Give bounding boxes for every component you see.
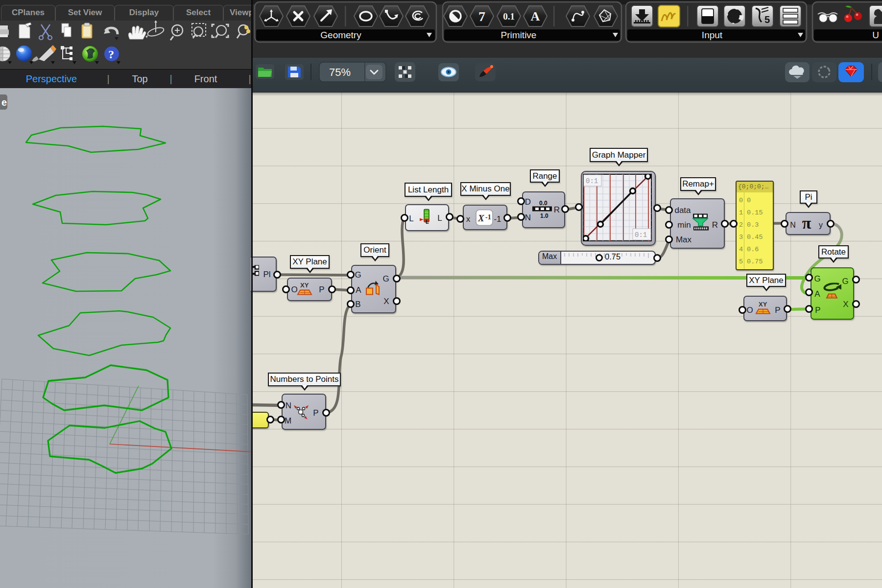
svg-text:?: ? — [108, 48, 114, 61]
svg-text:L: L — [426, 219, 429, 224]
svg-text:0.0: 0.0 — [539, 200, 548, 207]
svg-text:X: X — [477, 213, 485, 223]
svg-text:1.0: 1.0 — [540, 212, 548, 219]
svg-text:Input: Input — [702, 30, 723, 40]
svg-text:Geometry: Geometry — [320, 30, 361, 40]
svg-text:75%: 75% — [329, 66, 351, 78]
svg-text:XY: XY — [300, 282, 309, 289]
svg-text:Primitive: Primitive — [501, 30, 537, 40]
svg-text:-1: -1 — [485, 213, 491, 221]
svg-text:e: e — [1, 97, 7, 108]
svg-text:0:1: 0:1 — [635, 231, 647, 239]
svg-text:A: A — [531, 9, 540, 24]
svg-text:XY: XY — [759, 301, 767, 308]
svg-text:7: 7 — [478, 9, 485, 24]
svg-text:5: 5 — [764, 14, 770, 25]
svg-text:0.1: 0.1 — [503, 11, 515, 22]
svg-text:0:1: 0:1 — [586, 177, 598, 185]
svg-text:U: U — [872, 30, 879, 40]
